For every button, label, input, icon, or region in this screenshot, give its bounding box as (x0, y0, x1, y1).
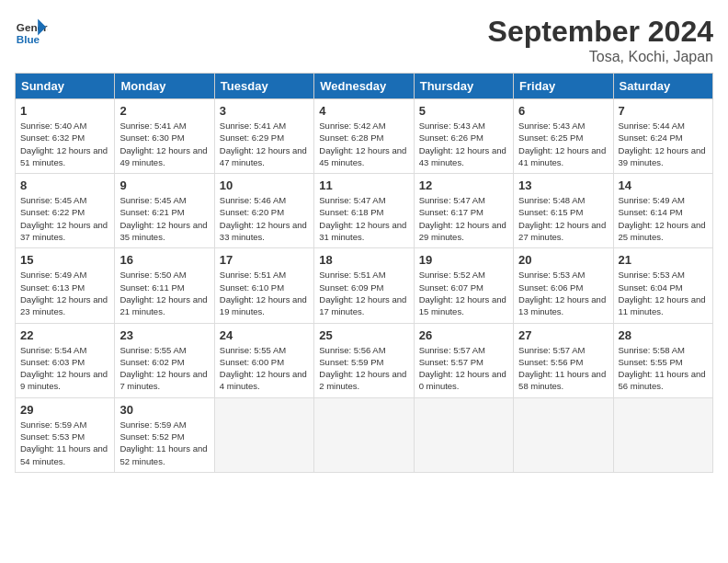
title-area: September 2024 Tosa, Kochi, Japan (488, 15, 713, 65)
calendar-day-cell: 9 Sunrise: 5:45 AMSunset: 6:21 PMDayligh… (115, 174, 214, 248)
location-subtitle: Tosa, Kochi, Japan (488, 49, 713, 65)
calendar-day-cell: 13 Sunrise: 5:48 AMSunset: 6:15 PMDaylig… (514, 174, 613, 248)
calendar-week-row: 29 Sunrise: 5:59 AMSunset: 5:53 PMDaylig… (16, 397, 713, 472)
day-number: 1 (20, 104, 109, 118)
weekday-header: Friday (514, 74, 613, 99)
calendar-day-cell: 8 Sunrise: 5:45 AMSunset: 6:22 PMDayligh… (16, 174, 115, 248)
day-info: Sunrise: 5:50 AMSunset: 6:11 PMDaylight:… (119, 270, 207, 316)
day-info: Sunrise: 5:51 AMSunset: 6:09 PMDaylight:… (319, 270, 406, 316)
day-info: Sunrise: 5:57 AMSunset: 5:57 PMDaylight:… (419, 345, 506, 392)
day-info: Sunrise: 5:46 AMSunset: 6:20 PMDaylight:… (220, 195, 307, 242)
day-info: Sunrise: 5:45 AMSunset: 6:22 PMDaylight:… (20, 195, 108, 242)
day-info: Sunrise: 5:41 AMSunset: 6:30 PMDaylight:… (119, 121, 207, 167)
day-number: 30 (119, 403, 209, 417)
calendar-table: SundayMondayTuesdayWednesdayThursdayFrid… (15, 73, 713, 473)
calendar-day-cell: 15 Sunrise: 5:49 AMSunset: 6:13 PMDaylig… (16, 248, 115, 323)
day-number: 2 (119, 104, 209, 118)
calendar-day-cell: 19 Sunrise: 5:52 AMSunset: 6:07 PMDaylig… (414, 248, 513, 323)
day-number: 10 (220, 178, 309, 192)
calendar-day-cell: 28 Sunrise: 5:58 AMSunset: 5:55 PMDaylig… (613, 323, 712, 397)
day-number: 21 (619, 253, 708, 267)
day-info: Sunrise: 5:51 AMSunset: 6:10 PMDaylight:… (220, 270, 307, 316)
day-number: 29 (20, 403, 109, 417)
day-info: Sunrise: 5:45 AMSunset: 6:21 PMDaylight:… (119, 195, 207, 242)
day-number: 18 (319, 253, 408, 267)
day-info: Sunrise: 5:53 AMSunset: 6:04 PMDaylight:… (619, 270, 706, 316)
day-info: Sunrise: 5:44 AMSunset: 6:24 PMDaylight:… (619, 121, 706, 167)
svg-text:Blue: Blue (17, 33, 40, 45)
day-number: 16 (119, 253, 209, 267)
day-number: 26 (419, 328, 508, 342)
logo-icon: General Blue (15, 15, 48, 48)
day-number: 25 (319, 328, 408, 342)
calendar-day-cell: 24 Sunrise: 5:55 AMSunset: 6:00 PMDaylig… (214, 323, 313, 397)
day-number: 5 (419, 104, 508, 118)
calendar-day-cell (314, 397, 414, 472)
calendar-day-cell: 30 Sunrise: 5:59 AMSunset: 5:52 PMDaylig… (115, 397, 214, 472)
day-info: Sunrise: 5:49 AMSunset: 6:13 PMDaylight:… (20, 270, 108, 316)
day-number: 8 (20, 178, 109, 192)
weekday-header: Tuesday (214, 74, 313, 99)
day-info: Sunrise: 5:42 AMSunset: 6:28 PMDaylight:… (319, 121, 406, 167)
calendar-day-cell: 21 Sunrise: 5:53 AMSunset: 6:04 PMDaylig… (613, 248, 712, 323)
day-number: 15 (20, 253, 109, 267)
day-number: 22 (20, 328, 109, 342)
day-info: Sunrise: 5:55 AMSunset: 6:02 PMDaylight:… (119, 345, 207, 392)
calendar-week-row: 22 Sunrise: 5:54 AMSunset: 6:03 PMDaylig… (16, 323, 713, 397)
calendar-day-cell: 20 Sunrise: 5:53 AMSunset: 6:06 PMDaylig… (514, 248, 613, 323)
day-number: 20 (518, 253, 608, 267)
day-info: Sunrise: 5:49 AMSunset: 6:14 PMDaylight:… (619, 195, 706, 242)
day-info: Sunrise: 5:43 AMSunset: 6:25 PMDaylight:… (518, 121, 606, 167)
weekday-header: Wednesday (314, 74, 414, 99)
calendar-day-cell: 4 Sunrise: 5:42 AMSunset: 6:28 PMDayligh… (314, 99, 414, 174)
calendar-day-cell: 22 Sunrise: 5:54 AMSunset: 6:03 PMDaylig… (16, 323, 115, 397)
day-info: Sunrise: 5:43 AMSunset: 6:26 PMDaylight:… (419, 121, 506, 167)
calendar-day-cell: 2 Sunrise: 5:41 AMSunset: 6:30 PMDayligh… (115, 99, 214, 174)
day-number: 24 (220, 328, 309, 342)
day-info: Sunrise: 5:56 AMSunset: 5:59 PMDaylight:… (319, 345, 406, 392)
day-number: 3 (220, 104, 309, 118)
calendar-day-cell: 6 Sunrise: 5:43 AMSunset: 6:25 PMDayligh… (514, 99, 613, 174)
calendar-day-cell (414, 397, 513, 472)
calendar-day-cell: 23 Sunrise: 5:55 AMSunset: 6:02 PMDaylig… (115, 323, 214, 397)
day-info: Sunrise: 5:59 AMSunset: 5:52 PMDaylight:… (119, 419, 207, 466)
calendar-week-row: 1 Sunrise: 5:40 AMSunset: 6:32 PMDayligh… (16, 99, 713, 174)
calendar-day-cell: 16 Sunrise: 5:50 AMSunset: 6:11 PMDaylig… (115, 248, 214, 323)
calendar-day-cell: 3 Sunrise: 5:41 AMSunset: 6:29 PMDayligh… (214, 99, 313, 174)
day-info: Sunrise: 5:54 AMSunset: 6:03 PMDaylight:… (20, 345, 108, 392)
calendar-day-cell: 18 Sunrise: 5:51 AMSunset: 6:09 PMDaylig… (314, 248, 414, 323)
calendar-day-cell: 12 Sunrise: 5:47 AMSunset: 6:17 PMDaylig… (414, 174, 513, 248)
calendar-day-cell (514, 397, 613, 472)
weekday-header: Monday (115, 74, 214, 99)
calendar-week-row: 15 Sunrise: 5:49 AMSunset: 6:13 PMDaylig… (16, 248, 713, 323)
calendar-day-cell: 7 Sunrise: 5:44 AMSunset: 6:24 PMDayligh… (613, 99, 712, 174)
calendar-day-cell: 25 Sunrise: 5:56 AMSunset: 5:59 PMDaylig… (314, 323, 414, 397)
day-info: Sunrise: 5:47 AMSunset: 6:17 PMDaylight:… (419, 195, 506, 242)
day-info: Sunrise: 5:47 AMSunset: 6:18 PMDaylight:… (319, 195, 406, 242)
day-number: 9 (119, 178, 209, 192)
day-number: 19 (419, 253, 508, 267)
calendar-day-cell (214, 397, 313, 472)
day-info: Sunrise: 5:59 AMSunset: 5:53 PMDaylight:… (20, 419, 108, 466)
calendar-day-cell (613, 397, 712, 472)
month-title: September 2024 (488, 15, 713, 49)
day-number: 28 (619, 328, 708, 342)
weekday-header-row: SundayMondayTuesdayWednesdayThursdayFrid… (16, 74, 713, 99)
day-number: 14 (619, 178, 708, 192)
page-header: General Blue September 2024 Tosa, Kochi,… (15, 15, 713, 65)
weekday-header: Thursday (414, 74, 513, 99)
day-info: Sunrise: 5:58 AMSunset: 5:55 PMDaylight:… (619, 345, 706, 392)
calendar-day-cell: 27 Sunrise: 5:57 AMSunset: 5:56 PMDaylig… (514, 323, 613, 397)
calendar-day-cell: 26 Sunrise: 5:57 AMSunset: 5:57 PMDaylig… (414, 323, 513, 397)
day-info: Sunrise: 5:52 AMSunset: 6:07 PMDaylight:… (419, 270, 506, 316)
calendar-day-cell: 17 Sunrise: 5:51 AMSunset: 6:10 PMDaylig… (214, 248, 313, 323)
calendar-day-cell: 1 Sunrise: 5:40 AMSunset: 6:32 PMDayligh… (16, 99, 115, 174)
day-info: Sunrise: 5:40 AMSunset: 6:32 PMDaylight:… (20, 121, 108, 167)
day-number: 7 (619, 104, 708, 118)
day-number: 4 (319, 104, 408, 118)
day-number: 27 (518, 328, 608, 342)
calendar-day-cell: 5 Sunrise: 5:43 AMSunset: 6:26 PMDayligh… (414, 99, 513, 174)
day-number: 23 (119, 328, 209, 342)
calendar-day-cell: 11 Sunrise: 5:47 AMSunset: 6:18 PMDaylig… (314, 174, 414, 248)
day-info: Sunrise: 5:48 AMSunset: 6:15 PMDaylight:… (518, 195, 606, 242)
